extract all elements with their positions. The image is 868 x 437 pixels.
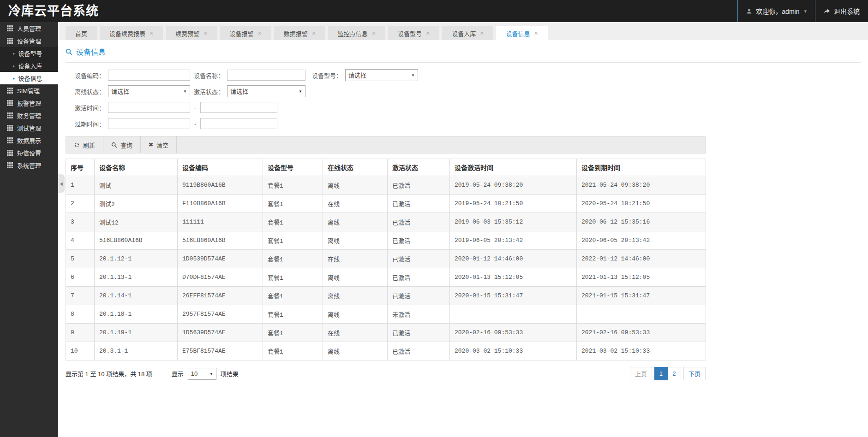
logout-button[interactable]: 退出系统 bbox=[815, 0, 868, 22]
tab-label: 监控点信息 bbox=[338, 29, 368, 38]
page-button-2[interactable]: 2 bbox=[668, 367, 681, 380]
table-row: 6 20.1.13-1 D70DF81574AE 套餐1 离线 已激活 2020… bbox=[66, 268, 706, 287]
sidebar-item-device-mgmt[interactable]: 设备管理 bbox=[0, 35, 58, 47]
search-icon bbox=[111, 142, 117, 148]
device-model-select[interactable]: 请选择 bbox=[345, 69, 418, 81]
device-code-input[interactable] bbox=[108, 70, 190, 81]
table-row: 9 20.1.19-1 1D5639D574AE 套餐1 在线 已激活 2020… bbox=[66, 324, 706, 342]
tab-label: 设备入库 bbox=[452, 29, 476, 38]
cell-activation-status: 已激活 bbox=[388, 231, 450, 250]
sidebar-item-sim-mgmt[interactable]: SIM管理 bbox=[0, 84, 58, 97]
tab-renewal-warning[interactable]: 续费预警 × bbox=[166, 26, 217, 40]
results-suffix-label: 项结果 bbox=[221, 369, 239, 378]
sidebar-collapse-handle[interactable]: ◀ bbox=[58, 174, 65, 193]
cell-index: 2 bbox=[66, 195, 95, 213]
tab-home[interactable]: 首页 bbox=[66, 26, 97, 40]
cell-activation-status: 已激活 bbox=[388, 342, 450, 360]
sidebar-item-finance-mgmt[interactable]: 财务管理 bbox=[0, 109, 58, 122]
cell-device-model: 套餐1 bbox=[263, 231, 323, 250]
next-page-button[interactable]: 下页 bbox=[683, 367, 706, 380]
prev-page-button[interactable]: 上页 bbox=[630, 367, 652, 380]
close-icon[interactable]: × bbox=[480, 30, 484, 36]
expire-time-end-input[interactable] bbox=[200, 118, 277, 129]
expire-time-start-input[interactable] bbox=[108, 118, 190, 129]
table-row: 8 20.1.18-1 2957F81574AE 套餐1 离线 未激活 bbox=[66, 305, 706, 324]
cell-online-status: 离线 bbox=[323, 176, 388, 195]
device-table-body: 1 测试 9119B860A16B 套餐1 离线 已激活 2019-05-24 … bbox=[66, 176, 706, 360]
sidebar-item-device-inbound[interactable]: ▸ 设备入库 bbox=[0, 59, 58, 72]
tab-data-alarm[interactable]: 数据报警 × bbox=[274, 26, 325, 40]
cell-index: 10 bbox=[66, 342, 95, 360]
cell-online-status: 离线 bbox=[323, 268, 388, 287]
cell-device-code: E75BF81574AE bbox=[178, 342, 263, 360]
close-icon[interactable]: × bbox=[372, 30, 376, 36]
device-name-input[interactable] bbox=[227, 70, 305, 81]
activation-status-select[interactable]: 请选择 bbox=[227, 85, 305, 97]
refresh-icon bbox=[74, 142, 80, 148]
activate-time-start-input[interactable] bbox=[108, 102, 190, 113]
cell-online-status: 离线 bbox=[323, 213, 388, 231]
device-code-label: 设备编码： bbox=[66, 71, 108, 80]
table-row: 10 20.3.1-1 E75BF81574AE 套餐1 离线 已激活 2020… bbox=[66, 342, 706, 360]
sidebar-item-device-model[interactable]: ▸ 设备型号 bbox=[0, 47, 58, 59]
offline-status-select[interactable]: 请选择 bbox=[108, 85, 190, 97]
cell-device-code: 26EFF81574AE bbox=[178, 287, 263, 305]
device-table: 序号 设备名称 设备编码 设备型号 在线状态 激活状态 设备激活时间 设备到期时… bbox=[66, 159, 706, 360]
col-header-device-model: 设备型号 bbox=[263, 159, 323, 176]
clear-button[interactable]: ✖ 清空 bbox=[141, 136, 177, 153]
close-icon[interactable]: × bbox=[534, 30, 538, 36]
tab-device-info[interactable]: 设备信息 × bbox=[496, 26, 547, 40]
cell-activate-time: 2019-06-03 15:35:12 bbox=[450, 213, 577, 231]
close-icon[interactable]: × bbox=[257, 30, 261, 36]
show-label: 显示 bbox=[172, 369, 184, 378]
chevron-left-icon: ◀ bbox=[60, 181, 63, 186]
caret-right-icon: ▸ bbox=[13, 51, 15, 56]
sidebar-item-alarm-mgmt[interactable]: 报警管理 bbox=[0, 97, 58, 109]
cell-index: 4 bbox=[66, 231, 95, 250]
close-icon[interactable]: × bbox=[426, 30, 430, 36]
cell-expire-time: 2022-01-12 14:46:00 bbox=[577, 250, 706, 268]
cell-expire-time: 2021-05-24 09:38:20 bbox=[577, 176, 706, 195]
cell-device-model: 套餐1 bbox=[263, 287, 323, 305]
cell-expire-time bbox=[577, 305, 706, 324]
sidebar-item-user-mgmt[interactable]: 人员管理 bbox=[0, 22, 58, 35]
sidebar-item-device-info[interactable]: ▸ 设备信息 bbox=[0, 72, 58, 84]
tab-device-alarm[interactable]: 设备报警 × bbox=[220, 26, 271, 40]
cell-online-status: 在线 bbox=[323, 324, 388, 342]
tab-device-model[interactable]: 设备型号 × bbox=[388, 26, 439, 40]
cell-activation-status: 已激活 bbox=[388, 287, 450, 305]
sidebar-item-sms-settings[interactable]: 短信设置 bbox=[0, 147, 58, 159]
sidebar-item-data-display[interactable]: 数据展示 bbox=[0, 134, 58, 147]
cell-index: 1 bbox=[66, 176, 95, 195]
table-footer: 显示第 1 至 10 项结果，共 18 项 显示 10 ▼ 项结果 上页 1 2 bbox=[66, 367, 706, 380]
close-icon[interactable]: × bbox=[150, 30, 153, 36]
cell-device-name: 20.1.12-1 bbox=[95, 250, 178, 268]
close-icon[interactable]: × bbox=[312, 30, 316, 36]
cell-expire-time: 2020-05-24 10:21:50 bbox=[577, 195, 706, 213]
cell-index: 6 bbox=[66, 268, 95, 287]
page-size-select[interactable]: 10 bbox=[188, 368, 216, 380]
activate-time-end-input[interactable] bbox=[200, 102, 277, 113]
page-button-1[interactable]: 1 bbox=[654, 367, 668, 380]
sidebar-item-test-mgmt[interactable]: 测试管理 bbox=[0, 122, 58, 134]
tab-renewal-report[interactable]: 设备续费报表 × bbox=[100, 26, 163, 40]
tab-device-inbound[interactable]: 设备入库 × bbox=[442, 26, 493, 40]
refresh-button[interactable]: 刷新 bbox=[66, 136, 103, 153]
table-row: 1 测试 9119B860A16B 套餐1 离线 已激活 2019-05-24 … bbox=[66, 176, 706, 195]
expire-time-label: 过期时间： bbox=[66, 119, 108, 128]
table-toolbar: 刷新 查询 ✖ 清空 bbox=[66, 136, 706, 154]
grid-icon bbox=[7, 150, 13, 156]
cell-device-code: 9119B860A16B bbox=[178, 176, 263, 195]
welcome-text: 欢迎你，admin bbox=[756, 6, 799, 16]
form-row-4: 过期时间： - bbox=[66, 117, 861, 130]
user-icon bbox=[746, 8, 752, 14]
tab-monitor-point-info[interactable]: 监控点信息 × bbox=[328, 26, 385, 40]
user-menu[interactable]: 欢迎你，admin ▾ bbox=[737, 0, 815, 22]
close-icon[interactable]: × bbox=[204, 30, 207, 36]
sidebar-item-system-mgmt[interactable]: 系统管理 bbox=[0, 159, 58, 171]
topbar: 冷库云平台系统 欢迎你，admin ▾ 退出系统 bbox=[0, 0, 868, 22]
cell-device-model: 套餐1 bbox=[263, 213, 323, 231]
cell-device-model: 套餐1 bbox=[263, 305, 323, 324]
query-button[interactable]: 查询 bbox=[103, 136, 141, 153]
table-row: 7 20.1.14-1 26EFF81574AE 套餐1 离线 已激活 2020… bbox=[66, 287, 706, 305]
